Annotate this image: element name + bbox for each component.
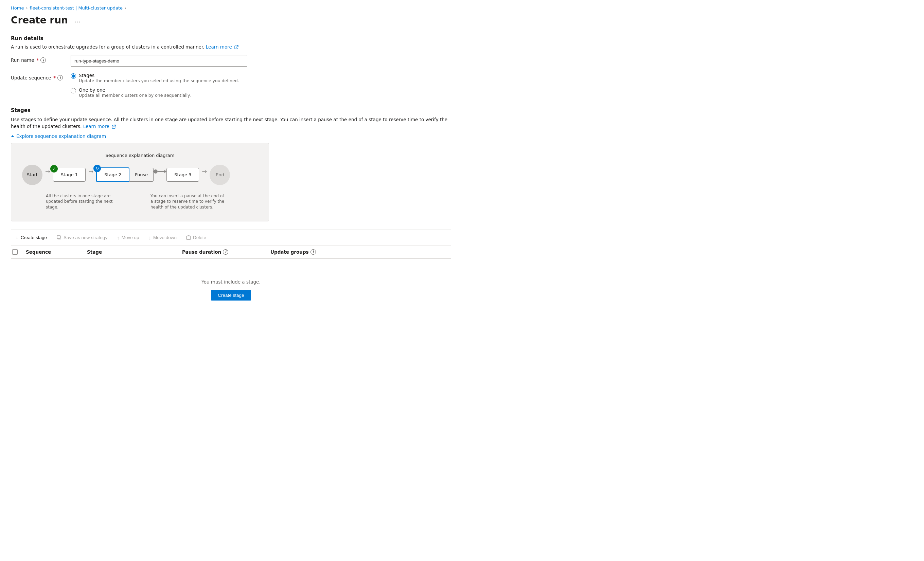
groups-info-icon[interactable]: i bbox=[310, 249, 316, 255]
run-details-title: Run details bbox=[11, 35, 451, 42]
stages-label: Stages bbox=[79, 73, 239, 78]
stages-table: Sequence Stage Pause duration i Update g… bbox=[11, 246, 451, 314]
update-sequence-options: Stages Update the member clusters you se… bbox=[70, 73, 239, 98]
move-up-button[interactable]: ↑ Move up bbox=[112, 233, 144, 242]
save-strategy-button[interactable]: Save as new strategy bbox=[52, 233, 112, 243]
create-stage-button[interactable]: + Create stage bbox=[11, 233, 52, 242]
arrow-4: → bbox=[199, 168, 210, 182]
stage3-box: Stage 3 bbox=[166, 168, 199, 182]
trash-icon bbox=[186, 235, 191, 241]
header-pause: Pause duration i bbox=[182, 249, 270, 255]
empty-message: You must include a stage. bbox=[201, 279, 260, 284]
annotation-2: You can insert a pause at the end of a s… bbox=[150, 193, 225, 210]
explore-diagram-toggle[interactable]: Explore sequence explanation diagram bbox=[11, 133, 451, 139]
stage2-box: Stage 2 bbox=[96, 168, 129, 182]
breadcrumb-sep-2: › bbox=[124, 6, 126, 10]
run-name-info-icon[interactable]: i bbox=[40, 57, 46, 63]
start-node: Start bbox=[22, 165, 42, 185]
stage1-check-badge: ✓ bbox=[50, 165, 58, 172]
select-all-checkbox[interactable] bbox=[12, 249, 18, 255]
move-down-button[interactable]: ↓ Move down bbox=[144, 233, 182, 242]
stage1-node: ✓ Stage 1 bbox=[53, 168, 86, 182]
radio-one-by-one-option[interactable]: One by one Update all member clusters on… bbox=[70, 87, 239, 98]
run-name-input[interactable] bbox=[70, 55, 247, 67]
delete-button[interactable]: Delete bbox=[182, 233, 211, 243]
run-details-learn-more[interactable]: Learn more bbox=[206, 44, 238, 49]
diagram-flow: Start → ✓ Stage 1 → ↻ bbox=[22, 165, 258, 185]
header-groups: Update groups i bbox=[270, 249, 359, 255]
stages-sublabel: Update the member clusters you selected … bbox=[79, 78, 239, 83]
end-circle: End bbox=[210, 165, 230, 185]
radio-stages-option[interactable]: Stages Update the member clusters you se… bbox=[70, 73, 239, 83]
copy-icon bbox=[56, 235, 62, 241]
svg-rect-2 bbox=[186, 236, 190, 239]
run-details-section: Run details A run is used to orchestrate… bbox=[11, 35, 451, 98]
breadcrumb-home[interactable]: Home bbox=[11, 5, 24, 10]
page-title-row: Create run ... bbox=[11, 15, 451, 26]
create-stage-empty-button[interactable]: Create stage bbox=[211, 290, 251, 301]
stage2-sync-badge: ↻ bbox=[93, 165, 101, 172]
breadcrumb: Home › fleet-consistent-test | Multi-clu… bbox=[11, 5, 451, 10]
stage2-pause-node: ↻ Stage 2 Pause bbox=[96, 168, 153, 182]
update-sequence-label: Update sequence * i bbox=[11, 73, 65, 81]
arrow-down-icon: ↓ bbox=[148, 235, 151, 241]
run-name-row: Run name * i bbox=[11, 55, 451, 67]
stages-title: Stages bbox=[11, 107, 451, 114]
external-link-icon bbox=[234, 45, 238, 49]
one-by-one-label: One by one bbox=[79, 87, 191, 93]
page-title: Create run bbox=[11, 15, 68, 26]
stages-section: Stages Use stages to define your update … bbox=[11, 107, 451, 314]
svg-rect-1 bbox=[57, 235, 60, 238]
stage1-box: Stage 1 bbox=[53, 168, 86, 182]
dot-connector bbox=[153, 169, 158, 174]
radio-one-by-one-input[interactable] bbox=[70, 88, 76, 93]
start-circle: Start bbox=[22, 165, 42, 185]
empty-state: You must include a stage. Create stage bbox=[11, 259, 451, 314]
chevron-up-icon bbox=[11, 135, 14, 137]
header-sequence: Sequence bbox=[26, 249, 87, 255]
update-sequence-info-icon[interactable]: i bbox=[57, 75, 63, 81]
diagram-annotations: All the clusters in one stage are update… bbox=[22, 193, 258, 210]
one-by-one-sublabel: Update all member clusters one by one se… bbox=[79, 93, 191, 98]
breadcrumb-fleet[interactable]: fleet-consistent-test | Multi-cluster up… bbox=[30, 5, 123, 10]
stages-learn-more[interactable]: Learn more bbox=[83, 124, 116, 129]
header-checkbox-col bbox=[11, 249, 26, 255]
header-stage: Stage bbox=[87, 249, 182, 255]
more-options-button[interactable]: ... bbox=[72, 15, 83, 25]
stages-external-link-icon bbox=[112, 125, 116, 129]
pause-box: Pause bbox=[129, 168, 153, 182]
update-sequence-row: Update sequence * i Stages Update the me… bbox=[11, 73, 451, 98]
annotation-1: All the clusters in one stage are update… bbox=[46, 193, 121, 210]
run-details-description: A run is used to orchestrate upgrades fo… bbox=[11, 44, 451, 49]
stages-description: Use stages to define your update sequenc… bbox=[11, 116, 451, 130]
plus-icon: + bbox=[16, 235, 19, 241]
pause-info-icon[interactable]: i bbox=[223, 249, 228, 255]
breadcrumb-sep-1: › bbox=[26, 6, 27, 10]
run-name-label: Run name * i bbox=[11, 55, 65, 63]
sequence-diagram: Sequence explanation diagram Start → ✓ S… bbox=[11, 143, 269, 221]
end-node: End bbox=[210, 165, 230, 185]
radio-stages-input[interactable] bbox=[70, 73, 76, 79]
table-header: Sequence Stage Pause duration i Update g… bbox=[11, 246, 451, 259]
stage3-node: Stage 3 bbox=[166, 168, 199, 182]
arrow-up-icon: ↑ bbox=[117, 235, 120, 241]
stages-toolbar: + Create stage Save as new strategy ↑ Mo… bbox=[11, 230, 451, 246]
diagram-title: Sequence explanation diagram bbox=[22, 153, 258, 158]
